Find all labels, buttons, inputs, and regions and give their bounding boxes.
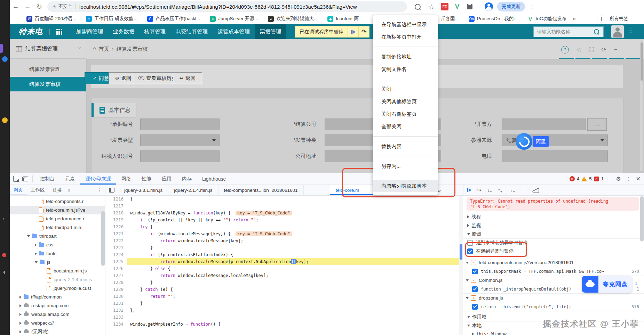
tree-item[interactable]: thirdpart xyxy=(10,232,105,240)
expanded-arrow-icon[interactable] xyxy=(467,325,470,327)
line-number[interactable]: 1221 xyxy=(105,230,127,237)
code-line[interactable]: 1225 return window.localeMessage[p_conte… xyxy=(105,258,463,265)
tree-item[interactable]: jquery.mobile.cust xyxy=(10,284,105,293)
favorite-star-icon[interactable]: ☆ xyxy=(577,46,582,54)
taskbar-app-icon[interactable] xyxy=(2,253,6,257)
nav-item[interactable]: 核算管理 xyxy=(139,24,170,39)
bookmark-item[interactable]: 斤各国... xyxy=(441,16,459,22)
expanded-arrow-icon[interactable] xyxy=(466,262,469,264)
deactivate-breakpoints-icon[interactable] xyxy=(533,188,539,193)
tree-item[interactable]: tff/api/common xyxy=(10,293,105,301)
tree-item[interactable]: teld-core.min.js?ve xyxy=(10,206,105,214)
devtools-tab-Lighthouse[interactable]: Lighthouse xyxy=(197,173,231,185)
debugger-scrollbar[interactable] xyxy=(640,196,644,242)
code-line[interactable]: 1218window.getI18nValByKey = function(ke… xyxy=(105,210,463,216)
step-over-icon[interactable]: ↷ xyxy=(477,188,482,193)
bookmarks-overflow-icon[interactable]: » xyxy=(573,16,576,22)
minimize-icon[interactable]: − xyxy=(614,46,617,53)
collapsed-arrow-icon[interactable] xyxy=(19,322,22,325)
line-number[interactable]: 1231 xyxy=(105,300,127,307)
navigator-menu-icon[interactable]: ⋮ xyxy=(97,187,102,193)
line-number[interactable]: 1230 xyxy=(105,293,127,300)
navigator-tab-工作区[interactable]: 工作区 xyxy=(27,185,49,195)
input-field[interactable] xyxy=(502,119,586,130)
tree-item[interactable]: teld-thirdpart.min. xyxy=(10,223,105,232)
breakpoint-entry[interactable]: return _this.emit("complete", file);576 xyxy=(463,302,644,311)
os-taskbar[interactable]: › 4 xyxy=(0,0,10,335)
reload-icon[interactable]: ↻ xyxy=(33,3,45,11)
collapsed-arrow-icon[interactable] xyxy=(19,304,22,307)
collapsed-arrow-icon[interactable] xyxy=(35,252,37,255)
tree-item[interactable]: js xyxy=(10,258,105,267)
bookmark-item[interactable]: ◕欢迎来到特锐德大... xyxy=(268,16,318,22)
collapsed-arrow-icon[interactable] xyxy=(467,215,469,218)
nav-item[interactable]: 加盟商管理 xyxy=(71,24,108,39)
zoom-icon[interactable] xyxy=(415,4,421,10)
step-out-icon[interactable]: ↑● xyxy=(498,187,502,193)
menu-item[interactable]: 在导航器边栏中显示 xyxy=(373,18,438,31)
bookmark-item[interactable]: C产品积压工作(backl... xyxy=(147,16,200,22)
navigator-tab-替换[interactable]: 替换 xyxy=(49,185,66,195)
header-menu-icon[interactable]: ⋮ xyxy=(628,27,634,34)
editor-scrollbar[interactable] xyxy=(459,196,463,335)
chrome-menu-icon[interactable]: ⋮ xyxy=(529,3,535,10)
tree-scrollbar[interactable] xyxy=(101,211,105,266)
tree-item[interactable]: restapi.amap.com xyxy=(10,301,105,310)
forward-icon[interactable]: → xyxy=(22,3,33,10)
devtools-tab-源代码/来源[interactable]: 源代码/来源 xyxy=(80,173,116,185)
select-field[interactable] xyxy=(140,134,220,146)
file-tab[interactable]: teld-components...ion=2018061601 xyxy=(218,185,304,195)
extensions-puzzle-icon[interactable] xyxy=(467,4,472,9)
section-断点[interactable]: 断点 xyxy=(463,230,644,239)
tree-item[interactable]: webapi.amap.com xyxy=(10,310,105,319)
tree-item[interactable]: css xyxy=(10,240,105,249)
code-line[interactable]: 1222 return window.localeMessage[key]; xyxy=(105,237,463,244)
menu-item[interactable]: 复制文件名 xyxy=(373,63,438,75)
tree-item[interactable]: teld-components.r xyxy=(10,197,105,206)
url-bar[interactable]: ⚠ 不安全 localhost.teld.cc:9081/#/cps/Settl… xyxy=(47,1,407,12)
scope-this-row[interactable]: this: Window xyxy=(463,330,644,335)
section-线程[interactable]: 线程 xyxy=(463,213,644,221)
line-number[interactable]: 1216 xyxy=(105,196,127,203)
taskbar-app-icon[interactable] xyxy=(2,117,8,123)
devtools-menu-icon[interactable]: ⋮ xyxy=(626,176,631,182)
app-scrollbar[interactable] xyxy=(640,40,643,171)
user-avatar[interactable] xyxy=(611,25,624,38)
code-line[interactable]: 1224 if (!p_context.isPlatformIndex) { xyxy=(105,251,463,258)
menu-item[interactable]: 复制链接地址 xyxy=(373,50,438,63)
collapsed-arrow-icon[interactable] xyxy=(35,244,37,246)
line-number[interactable]: 1233 xyxy=(105,314,127,321)
refresh-icon[interactable]: ⟳ xyxy=(601,46,606,54)
all-bookmarks-button[interactable]: 所有书签 xyxy=(601,16,628,22)
sidebar-header[interactable]: 结算票据管理 ˅ xyxy=(10,39,86,59)
expanded-arrow-icon[interactable] xyxy=(466,297,469,299)
app-logo[interactable]: 特来电 xyxy=(19,26,43,37)
code-line[interactable]: 1221 if (window.localeMessage[key]) {key… xyxy=(105,230,463,237)
menu-item[interactable]: 向忽略列表添加脚本 xyxy=(373,180,438,192)
devtools-tab-内存[interactable]: 内存 xyxy=(177,173,197,185)
collapsed-arrow-icon[interactable] xyxy=(19,296,22,299)
breadcrumb-home[interactable]: 首页 xyxy=(98,46,109,52)
taskbar-app-icon[interactable] xyxy=(2,56,8,62)
tree-item[interactable]: teld-performance.r xyxy=(10,214,105,223)
code-line[interactable]: 1220 try { xyxy=(105,223,463,230)
home-icon[interactable]: ⌂ xyxy=(93,45,96,53)
devtools-tab-控制台[interactable]: 控制台 xyxy=(35,173,60,185)
line-number[interactable]: 1225 xyxy=(105,258,127,265)
navigator-overflow-icon[interactable]: » xyxy=(66,187,73,193)
line-number[interactable]: 1229 xyxy=(105,286,127,293)
function-search-input[interactable]: 请输入功能名称 xyxy=(533,26,604,37)
tree-item[interactable]: webpack:// xyxy=(10,319,105,327)
device-toolbar-icon[interactable] xyxy=(22,177,28,181)
ali-cloud-float-icon[interactable] xyxy=(516,133,532,150)
menu-item[interactable]: 另存为... xyxy=(373,160,438,172)
taskbar-app-icon[interactable] xyxy=(0,44,3,53)
extension-vue-icon[interactable]: V xyxy=(453,3,461,10)
input-field[interactable] xyxy=(140,150,220,162)
sidebar-item[interactable]: 结算发票审核 xyxy=(10,77,86,91)
toolbar-button-返回[interactable]: ↩返回 xyxy=(173,72,202,84)
toggle-navigator-icon[interactable] xyxy=(109,188,114,193)
step-icon[interactable]: →● xyxy=(508,187,515,193)
line-number[interactable]: 1232 xyxy=(105,307,127,314)
line-number[interactable]: 1219 xyxy=(105,216,127,223)
